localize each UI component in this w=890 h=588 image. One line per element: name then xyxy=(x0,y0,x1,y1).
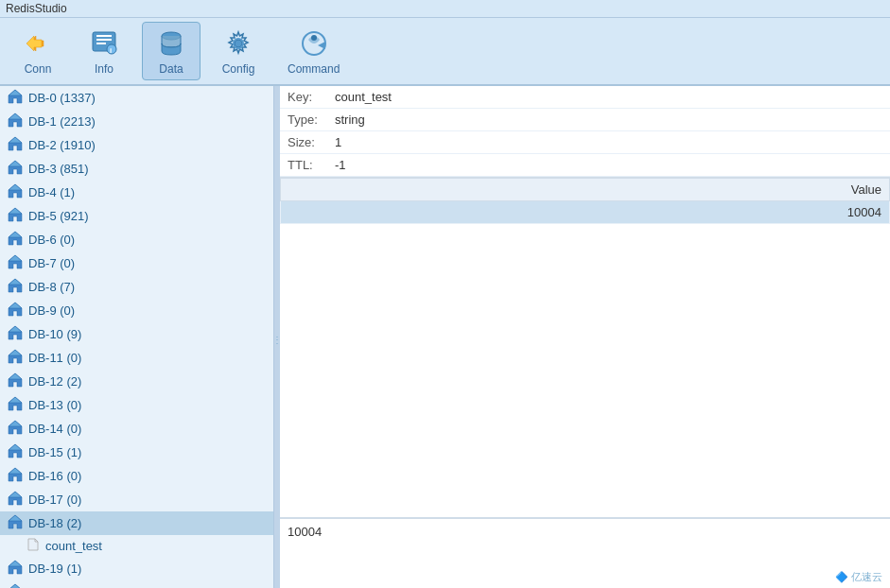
db-icon xyxy=(8,207,28,225)
sidebar-db-item[interactable]: DB-9 (0) xyxy=(0,299,273,322)
sidebar-db-item[interactable]: DB-1 (2213) xyxy=(0,110,273,133)
db-item-label: DB-7 (0) xyxy=(28,256,75,270)
db-icon xyxy=(8,491,28,509)
sidebar-db-item[interactable]: DB-13 (0) xyxy=(0,393,273,417)
svg-text:i: i xyxy=(110,46,112,55)
toolbar-command[interactable]: Command xyxy=(276,23,351,79)
db-item-label: DB-2 (1910) xyxy=(28,138,96,152)
db-icon xyxy=(8,349,28,367)
db-item-label: DB-6 (0) xyxy=(28,233,75,247)
toolbar-conn[interactable]: Conn xyxy=(9,23,66,79)
conn-icon xyxy=(21,26,55,61)
info-icon: i xyxy=(87,26,121,61)
db-icon xyxy=(8,136,28,154)
type-row: Type: string xyxy=(280,109,890,131)
table-cell-value: 10004 xyxy=(281,201,890,224)
db-icon xyxy=(8,560,28,578)
db-item-label: DB-13 (0) xyxy=(28,398,81,412)
value-editor[interactable]: 10004 xyxy=(280,518,890,588)
db-item-label: DB-4 (1) xyxy=(28,185,75,199)
toolbar-info[interactable]: i Info xyxy=(76,23,132,79)
sidebar-db-item[interactable]: DB-0 (1337) xyxy=(0,86,273,110)
title-bar: RedisStudio xyxy=(0,0,890,18)
value-column-header: Value xyxy=(281,179,890,201)
data-icon xyxy=(154,26,188,61)
db-item-label: DB-15 (1) xyxy=(28,445,81,459)
toolbar-config[interactable]: Config xyxy=(210,23,267,79)
data-label: Data xyxy=(159,62,183,76)
table-row[interactable]: 10004 xyxy=(281,201,890,224)
sidebar-db-item[interactable]: DB-8 (7) xyxy=(0,275,273,299)
db-icon xyxy=(8,254,28,272)
sidebar-db-item[interactable]: DB-10 (9) xyxy=(0,322,273,346)
ttl-label: TTL: xyxy=(288,158,335,172)
conn-label: Conn xyxy=(25,62,52,76)
sidebar-db-item[interactable]: DB-7 (0) xyxy=(0,251,273,275)
sidebar-db-item[interactable]: DB-18 (2) xyxy=(0,511,273,535)
db-icon xyxy=(8,420,28,438)
key-item-label: count_test xyxy=(45,539,102,553)
type-label: Type: xyxy=(288,112,335,127)
db-item-label: DB-9 (0) xyxy=(28,303,75,318)
command-icon xyxy=(297,26,331,61)
sidebar-db-item[interactable]: DB-4 (1) xyxy=(0,181,273,204)
key-row: Key: count_test xyxy=(280,86,890,109)
db-icon xyxy=(8,514,28,532)
watermark-text: 🔷 亿速云 xyxy=(835,570,882,584)
db-item-label: DB-5 (921) xyxy=(28,209,89,223)
db-item-label: DB-19 (1) xyxy=(28,562,81,576)
sidebar-db-item[interactable]: DB-17 (0) xyxy=(0,488,273,511)
sidebar-db-item[interactable]: DB-16 (0) xyxy=(0,464,273,488)
ttl-value: -1 xyxy=(335,158,346,172)
toolbar-data[interactable]: Data xyxy=(142,22,201,80)
sidebar-db-item[interactable]: DB-12 (2) xyxy=(0,370,273,393)
type-value: string xyxy=(335,112,365,127)
config-label: Config xyxy=(222,62,255,76)
key-value: count_test xyxy=(335,90,392,104)
db-icon xyxy=(8,183,28,201)
file-icon xyxy=(26,538,45,554)
sidebar-db-item[interactable]: DB-15 (1) xyxy=(0,441,273,464)
sidebar: DB-0 (1337) DB-1 (2213) DB-2 (1910) DB-3… xyxy=(0,86,274,588)
content-area: Key: count_test Type: string Size: 1 TTL… xyxy=(280,86,890,588)
sidebar-db-item[interactable]: DB-19 (1) xyxy=(0,557,273,580)
db-icon xyxy=(8,112,28,130)
db-icon xyxy=(8,396,28,414)
ttl-row: TTL: -1 xyxy=(280,154,890,177)
db-item-label: DB-16 (0) xyxy=(28,469,81,483)
db-icon xyxy=(8,467,28,485)
db-item-label: DB-18 (2) xyxy=(28,516,81,530)
db-icon xyxy=(8,89,28,107)
toolbar: Conn i Info Data xyxy=(0,18,890,86)
db-icon xyxy=(8,302,28,320)
svg-point-4 xyxy=(235,40,242,47)
db-icon xyxy=(8,231,28,249)
db-icon xyxy=(8,443,28,461)
db-item-label: DB-8 (7) xyxy=(28,280,75,294)
sidebar-db-item[interactable]: DB-20 (1) xyxy=(0,580,273,588)
main-layout: DB-0 (1337) DB-1 (2213) DB-2 (1910) DB-3… xyxy=(0,86,890,588)
db-item-label: DB-17 (0) xyxy=(28,493,81,507)
data-table-container: Value 10004 xyxy=(280,178,890,518)
key-info-section: Key: count_test Type: string Size: 1 TTL… xyxy=(280,86,890,178)
app-title: RedisStudio xyxy=(6,2,67,15)
db-item-label: DB-0 (1337) xyxy=(28,91,96,105)
db-icon xyxy=(8,160,28,178)
sidebar-db-item[interactable]: DB-11 (0) xyxy=(0,346,273,370)
db-item-label: DB-12 (2) xyxy=(28,374,81,389)
db-item-label: DB-10 (9) xyxy=(28,327,81,341)
size-value: 1 xyxy=(335,135,341,149)
sidebar-db-item[interactable]: DB-2 (1910) xyxy=(0,133,273,157)
sidebar-db-item[interactable]: DB-3 (851) xyxy=(0,157,273,181)
size-row: Size: 1 xyxy=(280,131,890,154)
db-item-label: DB-11 (0) xyxy=(28,351,81,365)
sidebar-db-item[interactable]: DB-14 (0) xyxy=(0,417,273,441)
sidebar-db-item[interactable]: DB-6 (0) xyxy=(0,228,273,251)
db-icon xyxy=(8,372,28,390)
sidebar-key-item[interactable]: count_test xyxy=(0,535,273,557)
sidebar-db-item[interactable]: DB-5 (921) xyxy=(0,204,273,228)
info-label: Info xyxy=(95,62,113,76)
db-icon xyxy=(8,325,28,343)
config-icon xyxy=(221,26,255,61)
db-item-label: DB-3 (851) xyxy=(28,162,89,176)
